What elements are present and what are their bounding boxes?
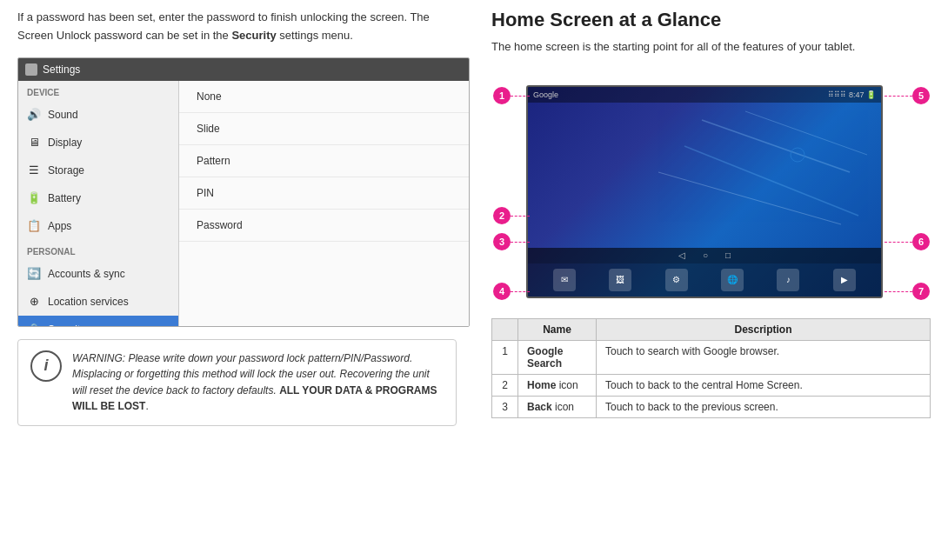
settings-body: DEVICE 🔊 Sound 🖥 Display ☰ Storage 🔋 Bat…: [18, 81, 469, 327]
sidebar-item-display[interactable]: 🖥 Display: [18, 129, 178, 157]
tablet-status: ⠿⠿⠿ 8:47 🔋: [828, 90, 876, 99]
homescreen-decoration: [528, 103, 883, 250]
row2-desc: Touch to back to the central Home Screen…: [597, 374, 931, 396]
dline-4: [511, 291, 530, 292]
dock-email: ✉: [553, 269, 576, 291]
dock-gallery: 🖼: [609, 269, 631, 291]
intro-bold: Security: [231, 29, 276, 42]
sidebar-item-security-label: Security: [48, 322, 85, 327]
label-5: 5: [912, 87, 930, 104]
svg-line-2: [684, 146, 858, 216]
sidebar-item-battery-label: Battery: [48, 190, 81, 206]
table-header-desc: Description: [597, 318, 931, 340]
dline-5: [885, 96, 912, 97]
sidebar-item-apps-label: Apps: [48, 218, 71, 234]
label-7: 7: [912, 283, 930, 300]
warning-icon: i: [30, 350, 62, 382]
settings-titlebar: Settings: [18, 58, 469, 81]
svg-line-1: [745, 111, 867, 155]
option-pattern[interactable]: Pattern: [179, 145, 469, 177]
table-row: 1 Google Search Touch to search with Goo…: [492, 340, 931, 374]
settings-title-text: Settings: [43, 62, 80, 77]
tablet-google-search: Google: [533, 90, 558, 99]
label-1: 1: [493, 87, 511, 104]
warning-text: WARNING: Please write down your password…: [72, 350, 444, 415]
dline-2: [511, 216, 530, 217]
sidebar-item-apps[interactable]: 📋 Apps: [18, 212, 178, 240]
location-icon: ⊕: [27, 295, 41, 309]
row3-name: Back icon: [518, 396, 597, 417]
sidebar-item-location[interactable]: ⊕ Location services: [18, 288, 178, 316]
security-icon: 🔒: [27, 323, 41, 327]
tablet-topbar: Google ⠿⠿⠿ 8:47 🔋: [528, 87, 881, 103]
warning-box: i WARNING: Please write down your passwo…: [17, 339, 457, 426]
label-6: 6: [912, 233, 930, 250]
table-header-num: [492, 318, 518, 340]
sidebar-item-storage-label: Storage: [48, 163, 84, 178]
svg-point-3: [791, 148, 804, 162]
dline-7: [885, 291, 912, 292]
dock-video: ▶: [833, 269, 856, 291]
option-none[interactable]: None: [179, 81, 469, 113]
storage-icon: ☰: [27, 163, 41, 177]
sound-icon: 🔊: [27, 108, 41, 122]
homescreen-diagram: 1 2 3 4 5 6 7 Google ⠿⠿⠿ 8:47 🔋: [491, 70, 931, 304]
section-description: The home screen is the starting point fo…: [491, 38, 931, 56]
settings-screenshot: Settings DEVICE 🔊 Sound 🖥 Display ☰ Stor…: [17, 57, 470, 327]
dock-settings: ⚙: [665, 269, 688, 291]
row3-num: 3: [492, 396, 518, 417]
row1-name: Google Search: [518, 340, 597, 374]
intro-text-before: If a password has been set, enter the pa…: [17, 10, 430, 42]
settings-title-icon: [25, 63, 37, 76]
settings-sidebar: DEVICE 🔊 Sound 🖥 Display ☰ Storage 🔋 Bat…: [18, 81, 179, 327]
tablet-navbar: ◁ ○ □: [528, 248, 881, 263]
sidebar-item-sound[interactable]: 🔊 Sound: [18, 101, 178, 129]
row1-desc: Touch to search with Google browser.: [597, 340, 931, 374]
option-slide[interactable]: Slide: [179, 113, 469, 145]
sidebar-item-accounts-label: Accounts & sync: [48, 266, 125, 282]
table-row: 2 Home icon Touch to back to the central…: [492, 374, 931, 396]
option-pin[interactable]: PIN: [179, 177, 469, 210]
sidebar-item-storage[interactable]: ☰ Storage: [18, 157, 178, 184]
row2-num: 2: [492, 374, 518, 396]
tablet-screen: Google ⠿⠿⠿ 8:47 🔋 ✉ 🖼 ⚙ 🌐 ♪ ▶: [526, 85, 883, 298]
sidebar-item-sound-label: Sound: [48, 107, 78, 123]
section-label-personal: PERSONAL: [18, 240, 178, 260]
sidebar-item-display-label: Display: [48, 135, 82, 150]
label-3: 3: [493, 233, 511, 250]
tablet-nav-recents: □: [725, 250, 731, 260]
table-header-name: Name: [518, 318, 597, 340]
left-panel: If a password has been set, enter the pa…: [0, 0, 474, 560]
page-title: Home Screen at a Glance: [491, 9, 931, 31]
accounts-icon: 🔄: [27, 267, 41, 281]
intro-paragraph: If a password has been set, enter the pa…: [17, 9, 457, 45]
warning-period: .: [145, 400, 148, 412]
option-password[interactable]: Password: [179, 210, 469, 242]
intro-text-after: settings menu.: [277, 29, 353, 42]
tablet-nav-home: ○: [703, 250, 708, 260]
sidebar-item-accounts[interactable]: 🔄 Accounts & sync: [18, 260, 178, 288]
label-2: 2: [493, 207, 511, 224]
dock-browser: 🌐: [721, 269, 744, 291]
section-label-device: DEVICE: [18, 81, 178, 101]
sidebar-item-battery[interactable]: 🔋 Battery: [18, 184, 178, 212]
label-4: 4: [493, 283, 511, 300]
tablet-nav-back: ◁: [678, 250, 685, 260]
reference-table: Name Description 1 Google Search Touch t…: [491, 318, 931, 418]
settings-content: None Slide Pattern PIN Password: [179, 81, 469, 327]
dock-music: ♪: [777, 269, 799, 291]
right-panel: Home Screen at a Glance The home screen …: [474, 0, 948, 560]
sidebar-item-security[interactable]: 🔒 Security: [18, 316, 178, 327]
apps-icon: 📋: [27, 219, 41, 233]
row1-num: 1: [492, 340, 518, 374]
dline-1: [511, 96, 530, 97]
dline-6: [885, 242, 912, 243]
dline-3: [511, 242, 530, 243]
table-row: 3 Back icon Touch to back to the previou…: [492, 396, 931, 417]
row2-name: Home icon: [518, 374, 597, 396]
sidebar-item-location-label: Location services: [48, 294, 129, 310]
svg-line-0: [702, 120, 850, 172]
row3-desc: Touch to back to the previous screen.: [597, 396, 931, 417]
display-icon: 🖥: [27, 136, 41, 150]
battery-icon: 🔋: [27, 191, 41, 205]
